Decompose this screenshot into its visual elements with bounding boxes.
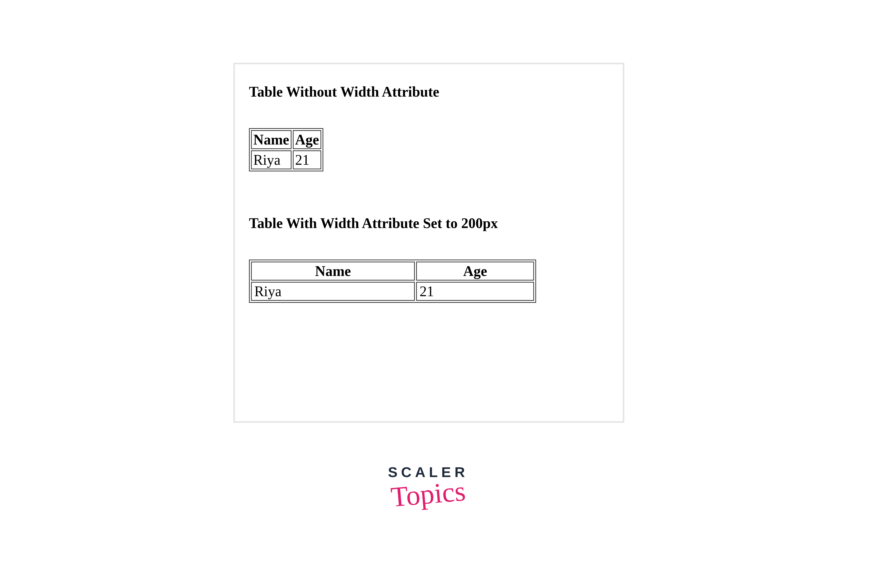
cell-age: 21	[416, 282, 534, 301]
table-header-row: Name Age	[251, 262, 534, 280]
col-header-name: Name	[251, 262, 415, 280]
table-with-width: Name Age Riya 21	[249, 260, 536, 303]
heading-with-width: Table With Width Attribute Set to 200px	[249, 215, 609, 231]
cell-age: 21	[293, 150, 321, 170]
col-header-age: Age	[293, 130, 321, 149]
cell-name: Riya	[251, 282, 415, 301]
table-no-width: Name Age Riya 21	[249, 128, 323, 171]
example-panel: Table Without Width Attribute Name Age R…	[233, 63, 624, 423]
scaler-topics-logo: SCALER Topics	[379, 464, 477, 520]
logo-text-topics: Topics	[390, 482, 466, 506]
table-row: Riya 21	[251, 150, 321, 170]
cell-name: Riya	[251, 150, 292, 170]
table-header-row: Name Age	[251, 130, 321, 149]
table-row: Riya 21	[251, 282, 534, 301]
col-header-age: Age	[416, 262, 534, 280]
heading-no-width: Table Without Width Attribute	[249, 84, 609, 100]
col-header-name: Name	[251, 130, 292, 149]
